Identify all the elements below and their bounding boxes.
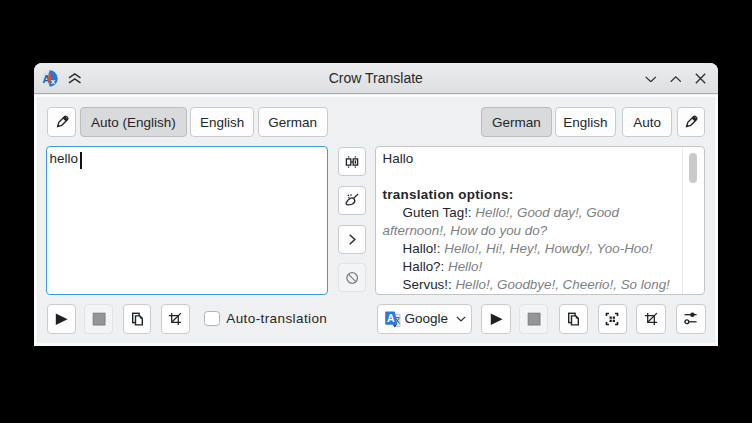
svg-text:A: A: [387, 312, 395, 324]
svg-text:x: x: [51, 77, 56, 86]
